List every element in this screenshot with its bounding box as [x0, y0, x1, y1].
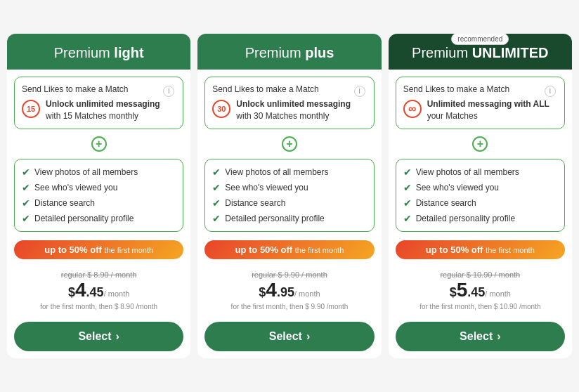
regular-price-unlimited: regular $ 10.90 / month — [396, 270, 565, 279]
chevron-icon-light: › — [116, 330, 119, 343]
send-likes-text-light: Send Likes to make a Match — [22, 84, 176, 94]
info-icon-unlimited[interactable]: i — [545, 86, 556, 97]
card-header-plus: Premium plus — [197, 34, 381, 70]
regular-price-plus: regular $ 9.90 / month — [204, 270, 374, 279]
per-month-unlimited: / month — [485, 289, 511, 298]
top-features-box-unlimited: Send Likes to make a Match ∞ Unlimited m… — [396, 77, 565, 130]
feature-item-unlimited-1: ✔ See who's viewed you — [403, 182, 557, 193]
feature-item-unlimited-2: ✔ Distance search — [403, 197, 557, 209]
feature-item-unlimited-0: ✔ View photos of all members — [403, 166, 557, 178]
feature-label-plus-0: View photos of all members — [225, 167, 328, 177]
dollar-sign-light: $ — [68, 285, 75, 299]
feature-text-plus: Unlock unlimited messaging with 30 Match… — [236, 98, 366, 122]
feature-item-light-3: ✔ Detailed personality profile — [22, 213, 176, 224]
feature-label-light-0: View photos of all members — [34, 167, 138, 177]
features-list-unlimited: ✔ View photos of all members ✔ See who's… — [396, 159, 565, 232]
then-price-plus: for the first month, then $ 9.90 /month — [204, 303, 374, 311]
info-icon-light[interactable]: i — [163, 86, 174, 97]
discount-badge-unlimited: up to 50% off the first month — [396, 240, 565, 259]
select-label-light: Select — [78, 330, 111, 343]
feature-text-light: Unlock unlimited messaging with 15 Match… — [46, 98, 176, 122]
select-button-light[interactable]: Select › — [14, 322, 183, 351]
card-body-light: Send Likes to make a Match 15 Unlock unl… — [7, 70, 190, 359]
plus-divider-light: + — [14, 136, 183, 152]
card-header-light: Premium light — [7, 34, 190, 70]
plus-circle-light: + — [91, 136, 107, 152]
plus-divider-plus: + — [204, 136, 374, 152]
card-header-unlimited: recommended Premium UNLIMITED — [389, 34, 572, 70]
select-button-plus[interactable]: Select › — [204, 322, 374, 351]
circle-num-light: 15 — [22, 100, 40, 118]
feature-label-plus-2: Distance search — [225, 198, 285, 208]
feature-item-plus-1: ✔ See who's viewed you — [212, 182, 366, 193]
card-unlimited: recommended Premium UNLIMITED Send Likes… — [389, 34, 572, 359]
send-likes-row-light: Send Likes to make a Match 15 Unlock unl… — [22, 84, 176, 122]
send-likes-row-unlimited: Send Likes to make a Match ∞ Unlimited m… — [403, 84, 557, 122]
main-price-light: $4.45/ month — [14, 279, 183, 301]
feature-item-plus-0: ✔ View photos of all members — [212, 166, 366, 178]
discount-badge-plus: up to 50% off the first month — [204, 240, 374, 259]
card-body-unlimited: Send Likes to make a Match ∞ Unlimited m… — [389, 70, 572, 359]
plus-circle-plus: + — [282, 136, 297, 152]
feature-item-light-2: ✔ Distance search — [22, 197, 176, 209]
chevron-icon-unlimited: › — [497, 330, 500, 343]
pricing-section-plus: regular $ 9.90 / month $4.95/ month for … — [204, 268, 374, 313]
check-icon-plus-2: ✔ — [212, 197, 221, 209]
feature-label-unlimited-1: See who's viewed you — [416, 183, 499, 192]
check-icon-light-3: ✔ — [22, 213, 30, 224]
per-month-light: / month — [104, 289, 130, 298]
check-icon-light-1: ✔ — [22, 182, 30, 193]
send-likes-row-plus: Send Likes to make a Match 30 Unlock unl… — [212, 84, 366, 122]
send-likes-text-plus: Send Likes to make a Match — [212, 84, 366, 94]
feature-text-unlimited: Unlimited messaging with ALL your Matche… — [427, 98, 557, 122]
recommended-badge: recommended — [451, 34, 509, 45]
feature-label-unlimited-0: View photos of all members — [416, 167, 519, 177]
plus-divider-unlimited: + — [396, 136, 565, 152]
top-features-box-plus: Send Likes to make a Match 30 Unlock unl… — [204, 77, 374, 130]
main-price-plus: $4.95/ month — [204, 279, 374, 301]
regular-price-light: regular $ 8.90 / month — [14, 270, 183, 279]
card-body-plus: Send Likes to make a Match 30 Unlock unl… — [197, 70, 381, 359]
check-icon-light-0: ✔ — [22, 166, 30, 178]
feature-label-unlimited-2: Distance search — [416, 198, 476, 208]
feature-label-light-2: Distance search — [34, 198, 95, 208]
select-label-plus: Select — [269, 330, 302, 343]
check-icon-plus-1: ✔ — [212, 182, 221, 193]
feature-item-light-1: ✔ See who's viewed you — [22, 182, 176, 193]
feature-item-plus-2: ✔ Distance search — [212, 197, 366, 209]
per-month-plus: / month — [294, 289, 320, 298]
check-icon-unlimited-0: ✔ — [403, 166, 412, 178]
pricing-section-unlimited: regular $ 10.90 / month $5.45/ month for… — [396, 268, 565, 313]
feature-label-plus-1: See who's viewed you — [225, 183, 308, 192]
check-icon-unlimited-2: ✔ — [403, 197, 412, 209]
select-button-unlimited[interactable]: Select › — [396, 322, 565, 351]
features-list-light: ✔ View photos of all members ✔ See who's… — [14, 159, 183, 232]
card-light: Premium light Send Likes to make a Match… — [7, 34, 190, 359]
then-price-unlimited: for the first month, then $ 10.90 /month — [396, 303, 565, 311]
check-icon-light-2: ✔ — [22, 197, 30, 209]
check-icon-plus-3: ✔ — [212, 213, 221, 224]
card-plus: Premium plus Send Likes to make a Match … — [197, 34, 381, 359]
feature-label-light-1: See who's viewed you — [34, 183, 117, 192]
plus-circle-unlimited: + — [472, 136, 488, 152]
circle-num-unlimited: ∞ — [403, 100, 422, 118]
then-price-light: for the first month, then $ 8.90 /month — [14, 303, 183, 311]
card-title-unlimited: Premium UNLIMITED — [397, 45, 564, 61]
card-title-light: Premium light — [15, 45, 182, 61]
pricing-cards-container: Premium light Send Likes to make a Match… — [7, 34, 572, 359]
feature-label-light-3: Detailed personality profile — [34, 214, 134, 223]
main-price-unlimited: $5.45/ month — [396, 279, 565, 301]
feature-item-unlimited-3: ✔ Detailed personality profile — [403, 213, 557, 224]
select-label-unlimited: Select — [460, 330, 493, 343]
send-likes-text-unlimited: Send Likes to make a Match — [403, 84, 557, 94]
dollar-sign-plus: $ — [259, 285, 266, 299]
circle-num-plus: 30 — [212, 100, 230, 118]
info-icon-plus[interactable]: i — [354, 86, 365, 97]
check-icon-unlimited-1: ✔ — [403, 182, 412, 193]
top-features-box-light: Send Likes to make a Match 15 Unlock unl… — [14, 77, 183, 130]
card-title-plus: Premium plus — [206, 45, 372, 61]
check-icon-unlimited-3: ✔ — [403, 213, 412, 224]
feature-item-plus-3: ✔ Detailed personality profile — [212, 213, 366, 224]
check-icon-plus-0: ✔ — [212, 166, 221, 178]
feature-label-plus-3: Detailed personality profile — [225, 214, 324, 223]
